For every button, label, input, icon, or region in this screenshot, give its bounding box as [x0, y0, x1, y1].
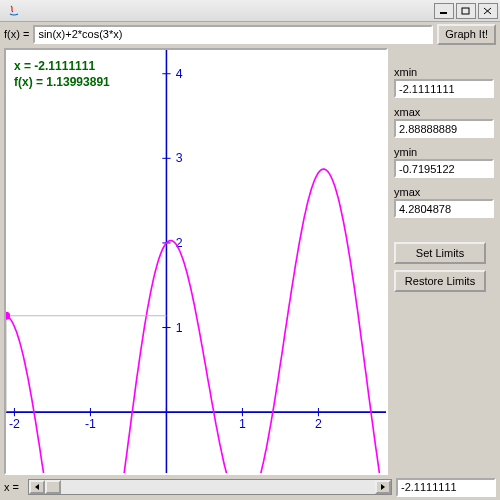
restore-limits-button[interactable]: Restore Limits: [394, 270, 486, 292]
svg-rect-1: [462, 8, 469, 14]
svg-text:-2: -2: [9, 417, 20, 431]
x-value-input[interactable]: [396, 478, 496, 497]
svg-text:2: 2: [176, 236, 183, 250]
xmin-label: xmin: [394, 66, 494, 78]
titlebar: [0, 0, 500, 22]
fx-label: f(x) =: [4, 28, 29, 40]
xmax-label: xmax: [394, 106, 494, 118]
bottom-bar: x =: [0, 476, 500, 500]
plot-canvas[interactable]: -2-1121234 x = -2.1111111 f(x) = 1.13993…: [4, 48, 388, 475]
limits-panel: xmin xmax ymin ymax Set Limits Restore L…: [392, 48, 496, 475]
set-limits-button[interactable]: Set Limits: [394, 242, 486, 264]
svg-marker-26: [35, 484, 39, 490]
svg-text:-1: -1: [85, 417, 96, 431]
xmin-input[interactable]: [394, 79, 494, 98]
minimize-button[interactable]: [434, 3, 454, 19]
fx-input[interactable]: [33, 25, 433, 44]
scroll-thumb[interactable]: [45, 480, 61, 494]
svg-text:3: 3: [176, 151, 183, 165]
svg-marker-27: [381, 484, 385, 490]
svg-text:2: 2: [315, 417, 322, 431]
close-button[interactable]: [478, 3, 498, 19]
scroll-left-button[interactable]: [29, 480, 45, 494]
scroll-right-button[interactable]: [375, 480, 391, 494]
ymax-label: ymax: [394, 186, 494, 198]
maximize-button[interactable]: [456, 3, 476, 19]
formula-toolbar: f(x) = Graph It!: [0, 22, 500, 46]
graph-it-button[interactable]: Graph It!: [437, 24, 496, 45]
cursor-readout: x = -2.1111111 f(x) = 1.13993891: [14, 58, 110, 90]
cursor-fx-text: f(x) = 1.13993891: [14, 74, 110, 90]
app-window: f(x) = Graph It! -2-1121234 x = -2.11111…: [0, 0, 500, 500]
svg-text:1: 1: [176, 321, 183, 335]
main-area: -2-1121234 x = -2.1111111 f(x) = 1.13993…: [0, 46, 500, 476]
scroll-track[interactable]: [45, 480, 375, 494]
cursor-x-text: x = -2.1111111: [14, 58, 110, 74]
x-label: x =: [4, 481, 24, 493]
x-scrollbar[interactable]: [28, 479, 392, 495]
java-app-icon: [6, 3, 22, 19]
svg-text:4: 4: [176, 67, 183, 81]
ymin-label: ymin: [394, 146, 494, 158]
ymin-input[interactable]: [394, 159, 494, 178]
ymax-input[interactable]: [394, 199, 494, 218]
xmax-input[interactable]: [394, 119, 494, 138]
svg-text:1: 1: [239, 417, 246, 431]
